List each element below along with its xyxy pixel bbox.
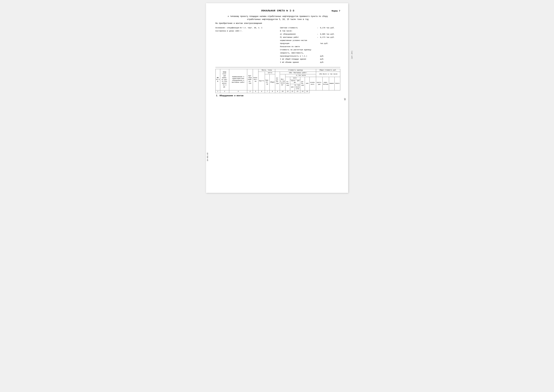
cost-label: Сметная стоимость (279, 26, 317, 29)
m2-value: руб. (319, 58, 340, 61)
m3-label: I м3 объема здания (279, 61, 317, 64)
side-annotation-left: 10-382.03 (207, 153, 208, 161)
info-line1: Основание: спецификация № т.п. черт. 30,… (215, 26, 276, 29)
col-mash-header: машин (329, 77, 334, 91)
document-subtitle: к типовому проекту площадки налива отраб… (215, 15, 340, 21)
colnum-10: IO (280, 91, 285, 93)
col-shin-header: шин (290, 84, 295, 91)
col-luata-mash-header: луата- ция ма- (290, 79, 300, 84)
colnum-7: 7 (265, 91, 270, 93)
col-netto-unit-header: Еди-ни-цы (265, 74, 270, 91)
info-line2: Составлена в ценах 1984 г. (215, 29, 276, 33)
col-netto-header: нетто (265, 72, 275, 74)
colnum-3: 3 (229, 91, 247, 93)
cost-b-label: б) монтажных работ (279, 36, 317, 39)
col-nia-header: ния (305, 77, 310, 91)
calc-unit-label: Стоимость на расчетную единицу (279, 48, 340, 51)
colnum-8: 8 (270, 91, 275, 93)
colnum-12: I2 (290, 91, 295, 93)
section-1-label: I. Оборудование и монтаж (215, 93, 310, 98)
forma-label: Форма 7 (332, 10, 340, 12)
colnum-9: 9 (275, 91, 280, 93)
col-osnov2-header: основ-эксп- (310, 77, 316, 91)
cost-dash: – (316, 26, 319, 29)
indicators-label: Показатели по смете (279, 45, 340, 48)
cost-b-value: 0,173 тыс.руб. (319, 36, 340, 39)
subtitle-line1: к типовому проекту площадки налива отраб… (215, 15, 340, 18)
col-intom-header: –в том числе (285, 74, 316, 77)
col-mass-header: Масса, тонны (258, 69, 275, 72)
side-annotation-right: (ат.IУ) (351, 51, 353, 59)
col-plat-header: платн (335, 77, 340, 91)
proizv-label: производительность и т.п.) (279, 55, 317, 58)
col-obo-vsego-header: –Обо-Всего в том числе (316, 72, 340, 77)
col-total-cost-header: Общая стоимость руб. (316, 69, 340, 72)
colnum-6: 6 (258, 91, 265, 93)
cost-a-label: а) оборудования (279, 33, 317, 36)
col-rudo-header: ру-до-ва-ния (275, 72, 280, 91)
table-header-row1: №№пп и № Шифрпози-циипрейс-ку ран-та УСН… (215, 69, 340, 72)
colnum-11: II (285, 91, 290, 93)
prod-value: тыс.руб. (319, 42, 340, 45)
document-header: ЛОКАЛЬНАЯ СМЕТА № I-3 Форма 7 (215, 9, 340, 14)
cost-value: 0,178 тыс.руб. (319, 26, 340, 29)
colnum-1: I (215, 91, 220, 93)
colnum-15: I5 (305, 91, 310, 93)
col-dop-header: до-ва-ния (300, 77, 305, 91)
col-all-header: Все-в том числе ру- (280, 74, 285, 91)
document-page: (ат.IУ) 28 10-382.03 ЛОКАЛЬНАЯ СМЕТА № I… (206, 3, 348, 193)
col-qty-header: Коли-чест-во (253, 69, 258, 90)
m3-value: руб. (319, 61, 340, 64)
col-osnov-header: ос-нов-ная (285, 77, 290, 91)
colnum-5: 5 (253, 91, 258, 93)
col-vtom-header: в томчислез/пл (295, 84, 300, 91)
subtitle-line2: отработанных нефтепродуктов 5, 10, 15 ты… (215, 18, 340, 21)
col-shifr-header: Шифрпози-циипрейс-ку ран-та УСН,ценни-ка… (220, 69, 229, 90)
norm-label: нормативная условно-чистая (279, 39, 340, 42)
col-luyata-header: луата-ция (316, 77, 322, 91)
colnum-2: 2 (220, 91, 229, 93)
m2-label: I м2 общей площади здания (279, 58, 317, 61)
proizv-value: руб. (319, 55, 340, 58)
colnum-14: I4 (300, 91, 305, 93)
section-label: На приобретение и монтаж электроосвещени… (215, 22, 340, 24)
col-cost-unit-header: Стоимость единицы (275, 69, 316, 72)
page-number: 28 (344, 98, 346, 100)
col-zarab-header: зара-ботной (322, 77, 329, 91)
info-block: Основание: спецификация № т.п. черт. 30,… (215, 26, 340, 64)
document-title: ЛОКАЛЬНАЯ СМЕТА № I-3 (247, 9, 309, 12)
col-num-header: №№пп и № (215, 69, 220, 90)
colnum-4: 3 (247, 91, 253, 93)
section-row-1: I. Оборудование и монтаж (215, 93, 340, 98)
col-ekspl-header: эксп- (290, 77, 300, 80)
col-number-row: I 2 3 3 5 6 7 8 9 IO II I2 I3 I4 I5 (215, 91, 340, 93)
main-table: №№пп и № Шифрпози-циипрейс-ку ран-та УСН… (215, 69, 340, 98)
moshnost-label: (мощность, вместимость, (279, 51, 340, 55)
in-cost-label: В том числе: (279, 29, 340, 33)
col-netto-total-header: Общая (270, 74, 275, 91)
col-montazh-header: –Обо- Монтажных работ– (280, 72, 316, 74)
cost-a-dash: – (316, 33, 319, 36)
info-left: Основание: спецификация № т.п. черт. 30,… (215, 26, 276, 64)
divider-top (215, 67, 340, 67)
cost-a-value: 0,005 тыс.руб. (319, 33, 340, 36)
col-unit-header: Еди-ницаизме-ре-ния (247, 69, 253, 90)
col-brutto-header: брутто (258, 72, 265, 91)
prod-label: продукция (279, 42, 317, 45)
cost-b-dash: – (316, 36, 319, 39)
info-right: Сметная стоимость – 0,178 тыс.руб. В том… (279, 26, 340, 64)
col-name-header: Наименование ихарактеристикаоборудования… (229, 69, 247, 90)
colnum-13: I3 (295, 91, 300, 93)
